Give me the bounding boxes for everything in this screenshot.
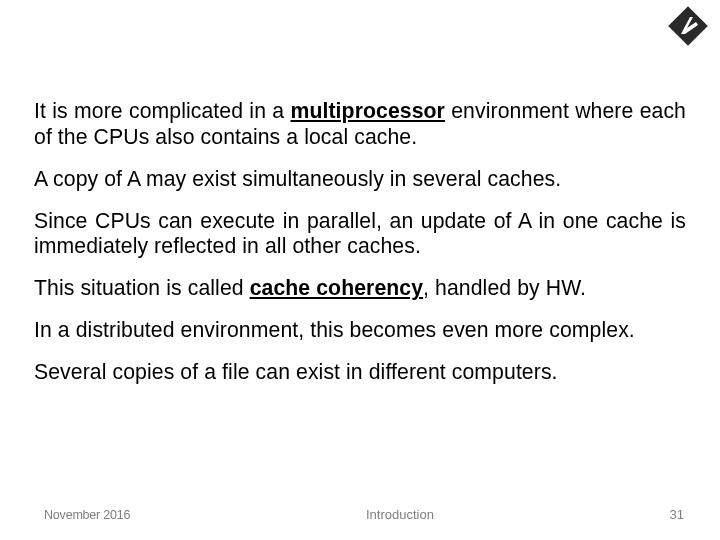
paragraph-1: It is more complicated in a multiprocess…: [34, 98, 686, 150]
institution-logo: [666, 6, 710, 46]
footer-page-number: 31: [670, 507, 684, 522]
footer-date: November 2016: [44, 508, 130, 522]
slide-footer: November 2016 Introduction 31: [0, 507, 720, 522]
slide: It is more complicated in a multiprocess…: [0, 0, 720, 540]
term-multiprocessor: multiprocessor: [290, 99, 444, 122]
footer-title: Introduction: [366, 507, 434, 522]
text: It is more complicated in a: [34, 99, 290, 122]
text: This situation is called: [34, 276, 250, 299]
text: , handled by HW.: [423, 276, 586, 299]
paragraph-2: A copy of A may exist simultaneously in …: [34, 166, 686, 192]
paragraph-5: In a distributed environment, this becom…: [34, 317, 686, 343]
paragraph-4: This situation is called cache coherency…: [34, 275, 686, 301]
paragraph-6: Several copies of a file can exist in di…: [34, 359, 686, 385]
term-cache-coherency: cache coherency: [250, 276, 423, 299]
slide-body: It is more complicated in a multiprocess…: [34, 98, 686, 385]
paragraph-3: Since CPUs can execute in parallel, an u…: [34, 208, 686, 260]
